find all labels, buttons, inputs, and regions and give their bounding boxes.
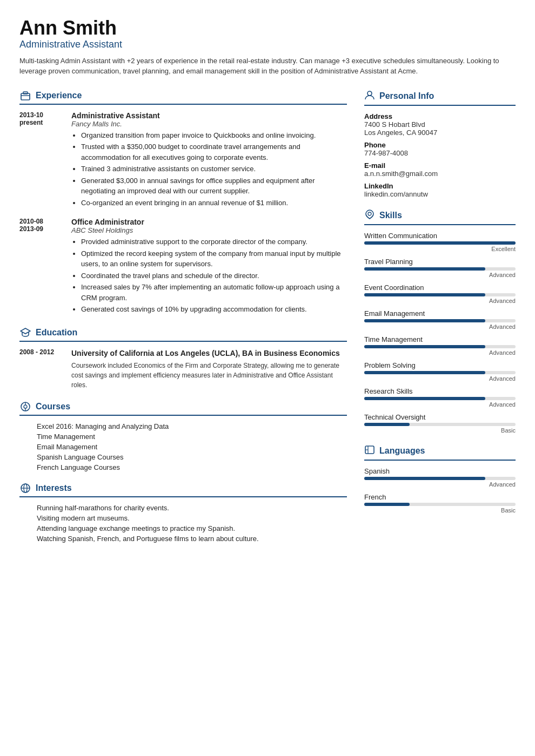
email-value: a.n.n.smith@gmail.com — [364, 170, 516, 178]
skill-name: Travel Planning — [364, 258, 516, 266]
personal-info-section: Personal Info Address 7400 S Hobart Blvd… — [364, 90, 516, 198]
phone-value: 774-987-4008 — [364, 149, 516, 157]
skill-item: Event CoordinationAdvanced — [364, 284, 516, 304]
interests-icon — [19, 482, 31, 494]
skill-level: Basic — [364, 427, 516, 434]
interests-section-title: Interests — [19, 482, 347, 497]
language-bar-container — [364, 477, 516, 480]
language-bar — [364, 503, 410, 506]
company-name: ABC Steel Holdings — [71, 226, 347, 234]
address-label: Address — [364, 112, 516, 120]
skill-bar-container — [364, 319, 516, 322]
edu-details: University of California at Los Angeles … — [71, 348, 347, 390]
resume-header: Ann Smith Administrative Assistant Multi… — [19, 17, 516, 77]
edu-description: Coursework included Economics of the Fir… — [71, 361, 347, 390]
interest-item: Attending language exchange meetings to … — [37, 524, 347, 532]
skill-name: Research Skills — [364, 387, 516, 395]
skill-bar — [364, 371, 485, 374]
language-name: French — [364, 493, 516, 501]
skill-bar-container — [364, 371, 516, 374]
skill-name: Technical Oversight — [364, 413, 516, 421]
courses-icon — [19, 401, 31, 413]
languages-section-title: Languages — [364, 444, 516, 461]
skill-item: Email ManagementAdvanced — [364, 309, 516, 330]
education-section-title: Education — [19, 327, 347, 342]
exp-bullet: Increased sales by 7% after implementing… — [81, 282, 347, 303]
language-bar — [364, 477, 485, 480]
address-value: 7400 S Hobart BlvdLos Angeles, CA 90047 — [364, 120, 516, 137]
company-name: Fancy Malls Inc. — [71, 120, 347, 128]
interest-item: Running half-marathons for charity event… — [37, 504, 347, 512]
interests-section: Interests Running half-marathons for cha… — [19, 482, 347, 543]
right-column: Personal Info Address 7400 S Hobart Blvd… — [364, 90, 516, 554]
experience-section: Experience 2013-10presentAdministrative … — [19, 90, 347, 316]
svg-rect-1 — [23, 92, 28, 94]
experience-icon — [19, 90, 31, 102]
linkedin-label: LinkedIn — [364, 182, 516, 190]
skill-item: Problem SolvingAdvanced — [364, 361, 516, 382]
address-block: Address 7400 S Hobart BlvdLos Angeles, C… — [364, 112, 516, 137]
skill-item: Technical OversightBasic — [364, 413, 516, 434]
experience-list: 2013-10presentAdministrative AssistantFa… — [19, 111, 347, 316]
skill-bar-container — [364, 397, 516, 400]
exp-bullet: Generated cost savings of 10% by upgradi… — [81, 304, 347, 315]
candidate-summary: Multi-tasking Admin Assistant with +2 ye… — [19, 56, 516, 77]
skill-name: Problem Solving — [364, 361, 516, 369]
course-item: Excel 2016: Managing and Analyzing Data — [37, 422, 347, 430]
email-block: E-mail a.n.n.smith@gmail.com — [364, 161, 516, 178]
personal-info-icon — [364, 90, 375, 103]
experience-item: 2013-10presentAdministrative AssistantFa… — [19, 111, 347, 210]
courses-section: Courses Excel 2016: Managing and Analyzi… — [19, 401, 347, 471]
exp-bullet: Provided administrative support to the c… — [81, 237, 347, 247]
phone-block: Phone 774-987-4008 — [364, 141, 516, 157]
exp-bullets: Provided administrative support to the c… — [71, 237, 347, 315]
interest-item: Visiting modern art museums. — [37, 514, 347, 522]
skill-name: Event Coordination — [364, 284, 516, 292]
skill-level: Advanced — [364, 298, 516, 304]
linkedin-value: linkedin.com/annutw — [364, 190, 516, 198]
course-item: Email Management — [37, 443, 347, 451]
skill-bar — [364, 423, 410, 426]
experience-section-title: Experience — [19, 90, 347, 105]
interest-item: Watching Spanish, French, and Portuguese… — [37, 535, 347, 543]
education-item: 2008 - 2012University of California at L… — [19, 348, 347, 390]
exp-bullet: Coordinated the travel plans and schedul… — [81, 271, 347, 281]
skills-section: Skills Written CommunicationExcellentTra… — [364, 209, 516, 434]
languages-list: SpanishAdvancedFrenchBasic — [364, 467, 516, 514]
job-title: Office Administrator — [71, 218, 347, 226]
skill-name: Written Communication — [364, 232, 516, 240]
exp-bullet: Organized transition from paper invoice … — [81, 130, 347, 141]
exp-dates: 2013-10present — [19, 111, 63, 210]
language-name: Spanish — [364, 467, 516, 475]
skill-bar-container — [364, 293, 516, 296]
svg-point-11 — [367, 91, 372, 96]
exp-details: Office AdministratorABC Steel HoldingsPr… — [71, 218, 347, 316]
phone-label: Phone — [364, 141, 516, 149]
skill-bar — [364, 293, 485, 296]
skill-bar — [364, 397, 485, 400]
skill-bar — [364, 267, 485, 271]
svg-rect-0 — [21, 93, 30, 100]
skill-item: Travel PlanningAdvanced — [364, 258, 516, 278]
skill-level: Advanced — [364, 272, 516, 278]
skill-name: Time Management — [364, 335, 516, 343]
exp-bullet: Optimized the record keeping system of t… — [81, 248, 347, 269]
exp-bullet: Trusted with a $350,000 budget to coordi… — [81, 141, 347, 163]
exp-bullet: Trained 3 administrative assistants on c… — [81, 164, 347, 174]
course-item: French Language Courses — [37, 463, 347, 471]
language-item: FrenchBasic — [364, 493, 516, 514]
language-level: Basic — [364, 507, 516, 514]
course-item: Spanish Language Courses — [37, 453, 347, 461]
course-item: Time Management — [37, 433, 347, 441]
skill-bar — [364, 241, 516, 245]
job-title: Administrative Assistant — [71, 111, 347, 120]
languages-section: Languages SpanishAdvancedFrenchBasic — [364, 444, 516, 514]
exp-dates: 2010-082013-09 — [19, 218, 63, 316]
edu-dates: 2008 - 2012 — [19, 348, 63, 390]
skill-bar-container — [364, 267, 516, 271]
personal-info-title: Personal Info — [364, 90, 516, 106]
skill-name: Email Management — [364, 309, 516, 318]
skill-bar — [364, 319, 485, 322]
language-item: SpanishAdvanced — [364, 467, 516, 488]
skill-bar-container — [364, 345, 516, 348]
